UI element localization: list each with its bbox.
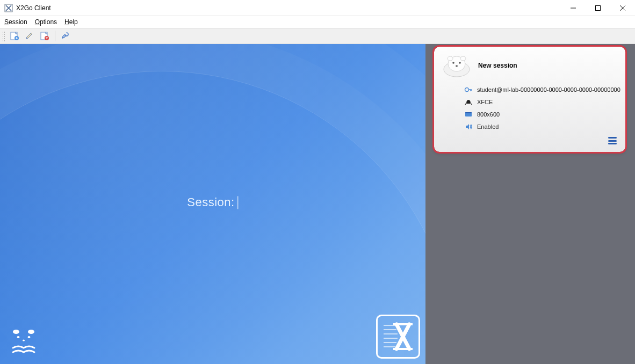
maximize-button[interactable] bbox=[586, 0, 610, 16]
session-card-title: New session bbox=[478, 62, 517, 69]
menubar: Session Options Help bbox=[0, 16, 635, 28]
menu-session[interactable]: Session bbox=[4, 18, 27, 26]
svg-point-8 bbox=[28, 330, 34, 334]
key-icon bbox=[464, 85, 473, 94]
toolbar-grip bbox=[2, 31, 5, 41]
session-desktop-row: XFCE bbox=[464, 98, 618, 106]
session-card-header: New session bbox=[442, 53, 618, 78]
session-desktop-value: XFCE bbox=[477, 99, 493, 105]
seal-mascot-icon bbox=[6, 324, 49, 359]
session-card[interactable]: New session student@ml-lab-00000000-0000… bbox=[434, 47, 625, 152]
toolbar-separator bbox=[55, 31, 55, 41]
minimize-button[interactable] bbox=[561, 0, 586, 16]
svg-point-25 bbox=[459, 62, 461, 64]
delete-session-button[interactable] bbox=[38, 30, 52, 42]
svg-point-22 bbox=[448, 56, 453, 61]
app-icon bbox=[4, 4, 13, 12]
svg-point-27 bbox=[465, 88, 469, 92]
svg-point-11 bbox=[23, 340, 25, 341]
session-sound-value: Enabled bbox=[477, 123, 499, 130]
session-field[interactable]: Session: bbox=[187, 195, 238, 209]
x2go-logo-icon bbox=[376, 315, 420, 359]
svg-point-10 bbox=[28, 336, 31, 338]
svg-rect-32 bbox=[465, 112, 472, 113]
titlebar: X2Go Client bbox=[0, 0, 635, 16]
svg-rect-2 bbox=[596, 5, 601, 10]
seal-avatar-icon bbox=[442, 53, 472, 78]
menu-help[interactable]: Help bbox=[64, 18, 78, 26]
edit-session-button[interactable] bbox=[23, 30, 37, 42]
display-icon bbox=[464, 110, 473, 119]
svg-point-7 bbox=[13, 330, 19, 334]
text-cursor bbox=[238, 196, 239, 209]
session-connection-row: student@ml-lab-00000000-0000-0000-0000-0… bbox=[464, 85, 618, 94]
toolbar bbox=[0, 28, 635, 44]
session-menu-button[interactable] bbox=[608, 137, 617, 144]
session-label-text: Session: bbox=[187, 195, 234, 209]
session-sound-row: Enabled bbox=[464, 122, 618, 131]
window-title: X2Go Client bbox=[16, 4, 51, 12]
svg-point-9 bbox=[17, 336, 20, 338]
new-session-button[interactable] bbox=[8, 30, 21, 42]
content: Session: bbox=[0, 44, 635, 364]
close-button[interactable] bbox=[610, 0, 635, 16]
svg-point-24 bbox=[452, 62, 454, 64]
session-resolution-value: 800x600 bbox=[477, 111, 500, 118]
svg-point-26 bbox=[456, 65, 458, 67]
side-panel: New session student@ml-lab-00000000-0000… bbox=[425, 44, 635, 364]
session-connection-value: student@ml-lab-00000000-0000-0000-0000-0… bbox=[477, 86, 620, 93]
main-panel: Session: bbox=[0, 44, 425, 364]
session-resolution-row: 800x600 bbox=[464, 110, 618, 119]
menu-options[interactable]: Options bbox=[35, 18, 57, 26]
mouse-icon bbox=[464, 98, 473, 106]
settings-button[interactable] bbox=[59, 30, 73, 42]
window-controls bbox=[561, 0, 635, 16]
sound-icon bbox=[464, 122, 473, 131]
svg-point-23 bbox=[460, 56, 466, 61]
